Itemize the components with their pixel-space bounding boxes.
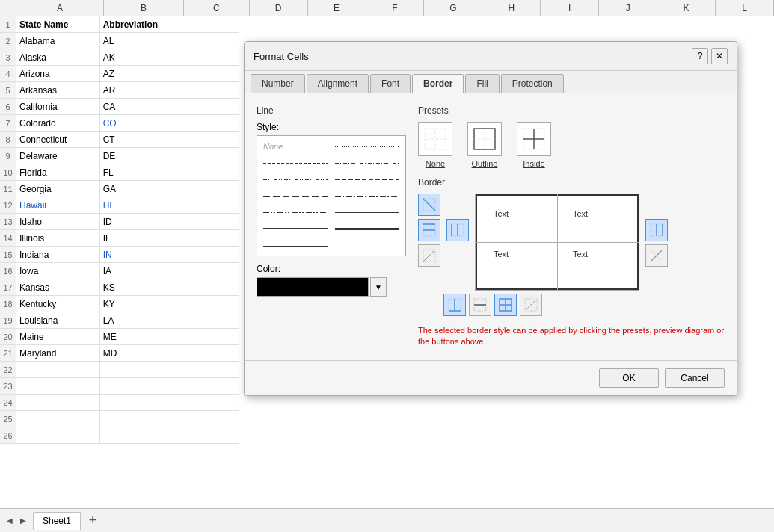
border-btn-row-1: [418, 194, 440, 216]
cancel-button[interactable]: Cancel: [665, 368, 725, 388]
preset-none[interactable]: None: [418, 122, 452, 168]
preset-inside[interactable]: Inside: [517, 122, 551, 168]
style-label: Style:: [257, 122, 406, 132]
border-btn-row-5: [446, 219, 469, 241]
dialog-body: Line Style: None: [245, 93, 737, 360]
line-style-long-dash[interactable]: [260, 188, 331, 203]
dialog-titlebar: Format Cells ? ✕: [245, 42, 737, 71]
color-select: ▼: [257, 277, 406, 297]
border-buttons-2: [446, 194, 469, 291]
color-section: Color: ▼: [257, 264, 406, 297]
dialog-footer: OK Cancel: [245, 360, 737, 395]
border-buttons: [418, 194, 440, 291]
left-panel: Line Style: None: [257, 105, 406, 348]
presets-section: Presets None: [418, 105, 725, 168]
color-label: Color:: [257, 264, 406, 274]
line-style-long-dashdot[interactable]: [332, 188, 402, 203]
preset-none-icon: [418, 122, 452, 156]
preview-text-tr: Text: [573, 209, 588, 218]
color-box[interactable]: [257, 277, 369, 297]
border-preview[interactable]: Text Text Text Text: [475, 194, 639, 291]
border-btn-row-r1: [645, 194, 668, 216]
dialog-controls: ? ✕: [692, 48, 728, 64]
border-btn-row-r2: [645, 219, 668, 241]
svg-line-33: [526, 300, 536, 310]
border-info-text: The selected border style can be applied…: [418, 325, 725, 348]
preset-outline-icon: [467, 122, 502, 156]
line-style-dash[interactable]: [260, 155, 331, 170]
preset-inside-label[interactable]: Inside: [523, 159, 544, 168]
svg-line-15: [423, 250, 435, 262]
dialog-close-button[interactable]: ✕: [711, 48, 728, 64]
svg-line-10: [423, 199, 435, 211]
line-style-thin-solid[interactable]: [332, 205, 402, 220]
line-style-thick-solid[interactable]: [332, 221, 402, 236]
border-controls: Text Text Text Text: [418, 194, 725, 291]
border-btn-left-right-top[interactable]: [418, 219, 440, 241]
dialog-title: Format Cells: [254, 51, 309, 62]
border-label: Border: [418, 177, 725, 188]
border-btn-row-4: [446, 194, 469, 216]
tab-font[interactable]: Font: [370, 74, 411, 93]
border-btn-left-mid[interactable]: [446, 219, 469, 241]
preview-text-bl: Text: [494, 250, 509, 259]
border-btn-row-r3: [645, 244, 668, 267]
presets-label: Presets: [418, 105, 725, 116]
border-btn-full-grid[interactable]: [494, 294, 517, 316]
border-buttons-right: [645, 194, 668, 291]
svg-rect-3: [474, 129, 495, 149]
border-btn-bottom-all[interactable]: [443, 294, 466, 316]
border-btn-row-6: [446, 244, 469, 267]
dialog-help-button[interactable]: ?: [692, 48, 708, 64]
border-btn-right-mid[interactable]: [645, 219, 668, 241]
line-style-medium-dash[interactable]: [332, 172, 402, 187]
line-style-long-dashdotdot[interactable]: [260, 205, 331, 220]
preset-none-label[interactable]: None: [426, 159, 445, 168]
line-style-box[interactable]: None: [257, 135, 406, 256]
line-style-none[interactable]: None: [260, 139, 331, 154]
color-dropdown-btn[interactable]: ▼: [370, 277, 387, 297]
border-btn-bottom-left-diagonal[interactable]: [418, 244, 440, 267]
preview-text-br: Text: [573, 250, 588, 259]
line-style-dashdotdot[interactable]: [260, 172, 331, 187]
tab-number[interactable]: Number: [251, 74, 305, 93]
line-style-medium-solid[interactable]: [260, 221, 331, 236]
border-btn-row-3: [418, 244, 440, 267]
preview-text-tl: Text: [494, 209, 509, 218]
line-style-double[interactable]: [260, 238, 331, 253]
line-section-title: Line: [257, 105, 406, 116]
line-style-dotted-short[interactable]: [332, 139, 402, 154]
tab-fill[interactable]: Fill: [465, 74, 499, 93]
border-btn-center-h[interactable]: [469, 294, 491, 316]
presets-row: None Outline: [418, 122, 725, 168]
tab-alignment[interactable]: Alignment: [307, 74, 369, 93]
dialog-tabs: Number Alignment Font Border Fill Protec…: [245, 71, 737, 93]
preset-inside-icon: [517, 122, 551, 156]
format-cells-dialog: Format Cells ? ✕ Number Alignment Font B…: [244, 41, 737, 396]
preview-mid-vertical-border: [557, 194, 558, 290]
border-btn-row-2: [418, 219, 440, 241]
preset-outline-label[interactable]: Outline: [472, 159, 498, 168]
dialog-overlay: Format Cells ? ✕ Number Alignment Font B…: [0, 0, 774, 532]
tab-border[interactable]: Border: [412, 74, 464, 93]
right-panel: Presets None: [418, 105, 725, 348]
border-btn-top-left-diagonal[interactable]: [418, 194, 440, 216]
ok-button[interactable]: OK: [599, 368, 659, 388]
border-bottom-buttons-row: [443, 294, 725, 316]
line-style-dashdot[interactable]: [332, 155, 402, 170]
border-btn-erase[interactable]: [645, 244, 668, 267]
border-section: Border: [418, 177, 725, 348]
tab-protection[interactable]: Protection: [501, 74, 564, 93]
border-btn-none-clear[interactable]: [520, 294, 542, 316]
preset-outline[interactable]: Outline: [467, 122, 502, 168]
svg-rect-0: [425, 129, 446, 149]
